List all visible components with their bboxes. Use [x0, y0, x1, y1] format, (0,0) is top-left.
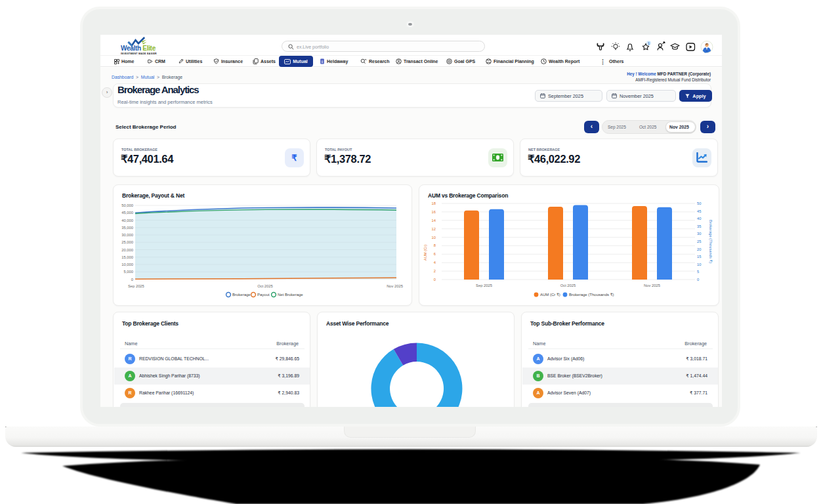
svg-text:Oct 2025: Oct 2025 — [560, 284, 576, 287]
svg-text:Sep 2025: Sep 2025 — [476, 284, 492, 287]
svg-text:Brokerage (Thousands ₹): Brokerage (Thousands ₹) — [569, 293, 614, 297]
svg-text:35,000: 35,000 — [121, 226, 133, 230]
svg-text:10,000: 10,000 — [121, 262, 133, 266]
svg-text:16: 16 — [432, 210, 436, 214]
svg-text:Brokerage (Thousands ₹): Brokerage (Thousands ₹) — [709, 220, 713, 263]
svg-text:4: 4 — [434, 261, 436, 264]
svg-text:15,000: 15,000 — [121, 255, 133, 259]
svg-text:15: 15 — [697, 255, 701, 259]
svg-text:40,000: 40,000 — [121, 219, 133, 222]
svg-text:30,000: 30,000 — [121, 233, 133, 237]
svg-text:25: 25 — [697, 240, 701, 243]
svg-text:30: 30 — [697, 232, 701, 236]
svg-text:AUM (Cr): AUM (Cr) — [423, 245, 427, 261]
svg-text:40: 40 — [697, 217, 701, 220]
svg-text:Nov 2025: Nov 2025 — [387, 284, 403, 288]
svg-text:Brokerage: Brokerage — [232, 293, 251, 297]
svg-text:Net Brokerage: Net Brokerage — [278, 293, 303, 297]
svg-text:35: 35 — [697, 224, 701, 228]
svg-text:Sep 2025: Sep 2025 — [128, 284, 144, 288]
svg-text:0: 0 — [697, 278, 699, 282]
svg-text:Oct 2025: Oct 2025 — [257, 284, 273, 288]
svg-text:Payout: Payout — [257, 293, 270, 297]
svg-text:14: 14 — [432, 219, 436, 222]
svg-text:20,000: 20,000 — [121, 248, 133, 252]
svg-text:45,000: 45,000 — [121, 211, 133, 215]
svg-text:5,000: 5,000 — [123, 270, 133, 274]
svg-text:10: 10 — [697, 262, 701, 266]
svg-text:20: 20 — [697, 247, 701, 251]
svg-text:6: 6 — [434, 252, 436, 256]
svg-text:50,000: 50,000 — [121, 203, 133, 207]
svg-text:10: 10 — [432, 236, 436, 240]
svg-text:8: 8 — [434, 243, 436, 247]
svg-text:18: 18 — [432, 201, 436, 205]
svg-text:Nov 2025: Nov 2025 — [644, 284, 660, 287]
svg-text:AUM (Cr ₹): AUM (Cr ₹) — [540, 293, 560, 297]
svg-text:45: 45 — [697, 209, 701, 213]
svg-text:0: 0 — [131, 278, 133, 282]
svg-text:2: 2 — [434, 269, 436, 273]
svg-text:50: 50 — [697, 201, 701, 205]
svg-text:5: 5 — [697, 270, 699, 274]
svg-text:0: 0 — [434, 278, 436, 282]
svg-text:25,000: 25,000 — [121, 240, 133, 244]
svg-text:12: 12 — [432, 227, 436, 231]
